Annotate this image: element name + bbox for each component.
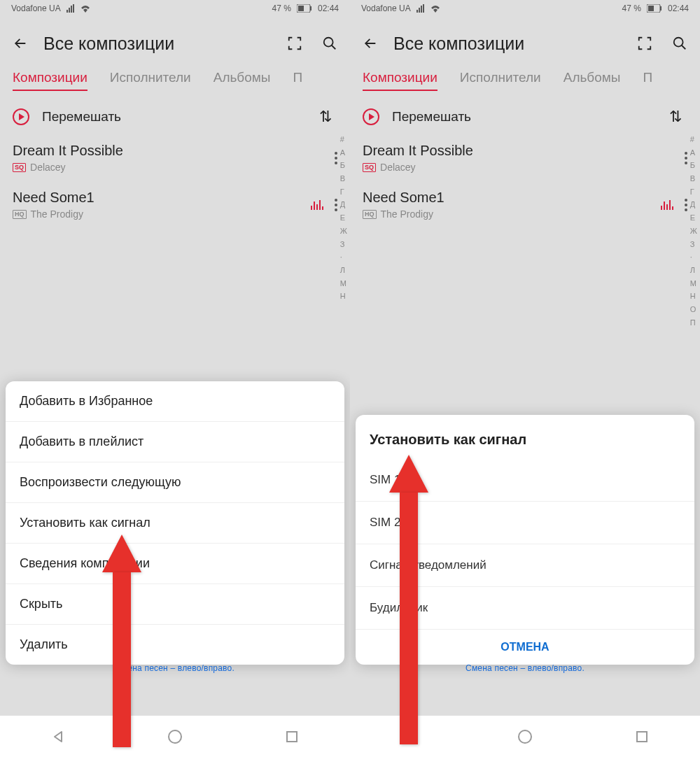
quality-badge: SQ bbox=[13, 163, 26, 172]
song-artist: The Prodigy bbox=[381, 208, 433, 220]
svg-rect-1 bbox=[310, 6, 312, 10]
tab-artists[interactable]: Исполнители bbox=[110, 70, 191, 91]
search-icon[interactable] bbox=[672, 36, 687, 51]
song-row[interactable]: Need Some1 HQ The Prodigy bbox=[350, 183, 700, 229]
song-menu-icon[interactable] bbox=[685, 199, 687, 211]
dialog-notification[interactable]: Сигнал уведомлений bbox=[356, 544, 694, 587]
wifi-icon bbox=[80, 4, 91, 13]
screenshot-left: Vodafone UA 47 % 02:44 Все композиции Ко… bbox=[0, 0, 350, 757]
quality-badge: SQ bbox=[363, 163, 376, 172]
clock-label: 02:44 bbox=[668, 3, 689, 13]
carrier-label: Vodafone UA bbox=[361, 3, 411, 13]
app-header: Все композиции bbox=[350, 17, 700, 70]
signal-icon bbox=[66, 4, 74, 13]
song-title: Need Some1 bbox=[13, 190, 311, 206]
status-bar: Vodafone UA 47 % 02:44 bbox=[0, 0, 350, 17]
alpha-index[interactable]: # А Б В Г Д Е Ж З · Л М Н О П bbox=[690, 133, 697, 329]
menu-delete[interactable]: Удалить bbox=[6, 625, 344, 665]
tab-more[interactable]: П bbox=[293, 70, 303, 91]
playing-icon bbox=[661, 200, 673, 210]
song-artist: The Prodigy bbox=[31, 208, 83, 220]
menu-hide[interactable]: Скрыть bbox=[6, 584, 344, 625]
signal-icon bbox=[416, 4, 424, 13]
screenshot-right: Vodafone UA 47 % 02:44 Все композиции Ко… bbox=[350, 0, 700, 757]
song-title: Dream It Possible bbox=[13, 143, 335, 159]
nav-back-button[interactable] bbox=[400, 728, 416, 745]
context-menu-sheet: Добавить в Избранное Добавить в плейлист… bbox=[6, 381, 344, 665]
dialog-alarm[interactable]: Будильник bbox=[356, 587, 694, 630]
song-row[interactable]: Dream It Possible SQ Delacey bbox=[0, 136, 350, 183]
song-title: Dream It Possible bbox=[363, 143, 685, 159]
swipe-hint: Смена песен – влево/вправо. bbox=[350, 663, 700, 673]
page-title: Все композиции bbox=[43, 34, 272, 54]
playing-icon bbox=[311, 200, 323, 210]
dialog-sim1[interactable]: SIM 1 bbox=[356, 459, 694, 502]
tab-more[interactable]: П bbox=[643, 70, 653, 91]
battery-percent: 47 % bbox=[272, 3, 291, 13]
shuffle-row[interactable]: Перемешать ⇅ bbox=[350, 98, 700, 136]
tab-albums[interactable]: Альбомы bbox=[214, 70, 271, 91]
svg-rect-6 bbox=[648, 6, 654, 11]
clock-label: 02:44 bbox=[318, 3, 339, 13]
nav-recent-button[interactable] bbox=[284, 728, 300, 745]
quality-badge: HQ bbox=[13, 210, 27, 219]
battery-icon bbox=[647, 4, 662, 13]
dialog-sim2[interactable]: SIM 2 bbox=[356, 502, 694, 544]
svg-rect-2 bbox=[298, 6, 304, 11]
song-row[interactable]: Need Some1 HQ The Prodigy bbox=[0, 183, 350, 229]
song-menu-icon[interactable] bbox=[335, 152, 337, 164]
song-row[interactable]: Dream It Possible SQ Delacey bbox=[350, 136, 700, 183]
dialog-title: Установить как сигнал bbox=[356, 415, 694, 459]
tab-albums[interactable]: Альбомы bbox=[564, 70, 621, 91]
song-menu-icon[interactable] bbox=[685, 152, 687, 164]
scan-icon[interactable] bbox=[287, 36, 302, 51]
svg-point-7 bbox=[674, 38, 683, 47]
song-artist: Delacey bbox=[30, 162, 66, 173]
menu-add-playlist[interactable]: Добавить в плейлист bbox=[6, 422, 344, 462]
menu-set-ringtone[interactable]: Установить как сигнал bbox=[6, 503, 344, 544]
tab-tracks[interactable]: Композиции bbox=[363, 70, 438, 91]
svg-rect-5 bbox=[660, 6, 662, 10]
nav-bar bbox=[350, 715, 700, 757]
search-icon[interactable] bbox=[322, 36, 337, 51]
shuffle-label: Перемешать bbox=[392, 109, 471, 125]
tab-artists[interactable]: Исполнители bbox=[460, 70, 541, 91]
svg-point-3 bbox=[324, 38, 333, 47]
nav-home-button[interactable] bbox=[517, 728, 533, 745]
sort-icon[interactable]: ⇅ bbox=[669, 108, 682, 126]
back-icon[interactable] bbox=[363, 36, 378, 51]
content-area: Перемешать ⇅ Dream It Possible SQ Delace… bbox=[0, 98, 350, 229]
back-icon[interactable] bbox=[13, 36, 28, 51]
quality-badge: HQ bbox=[363, 210, 377, 219]
battery-percent: 47 % bbox=[622, 3, 641, 13]
song-title: Need Some1 bbox=[363, 190, 661, 206]
shuffle-label: Перемешать bbox=[42, 109, 121, 125]
shuffle-row[interactable]: Перемешать ⇅ bbox=[0, 98, 350, 136]
wifi-icon bbox=[430, 4, 441, 13]
play-icon bbox=[363, 108, 379, 125]
app-header: Все композиции bbox=[0, 17, 350, 70]
carrier-label: Vodafone UA bbox=[11, 3, 61, 13]
battery-icon bbox=[297, 4, 312, 13]
content-area: Перемешать ⇅ Dream It Possible SQ Delace… bbox=[350, 98, 700, 229]
dialog-cancel-button[interactable]: ОТМЕНА bbox=[356, 630, 694, 660]
nav-bar bbox=[0, 715, 350, 757]
song-menu-icon[interactable] bbox=[335, 199, 337, 211]
song-artist: Delacey bbox=[380, 162, 416, 173]
play-icon bbox=[13, 108, 29, 125]
sort-icon[interactable]: ⇅ bbox=[319, 108, 332, 126]
menu-add-favorite[interactable]: Добавить в Избранное bbox=[6, 381, 344, 422]
swipe-hint: Смена песен – влево/вправо. bbox=[0, 663, 350, 673]
ringtone-dialog: Установить как сигнал SIM 1 SIM 2 Сигнал… bbox=[356, 415, 694, 665]
page-title: Все композиции bbox=[393, 34, 622, 54]
nav-back-button[interactable] bbox=[50, 728, 66, 745]
nav-home-button[interactable] bbox=[167, 728, 183, 745]
nav-recent-button[interactable] bbox=[634, 728, 650, 745]
menu-play-next[interactable]: Воспроизвести следующую bbox=[6, 462, 344, 503]
tab-tracks[interactable]: Композиции bbox=[13, 70, 88, 91]
menu-track-info[interactable]: Сведения композиции bbox=[6, 544, 344, 584]
alpha-index[interactable]: # А Б В Г Д Е Ж З · Л М Н bbox=[340, 133, 347, 303]
tabs: Композиции Исполнители Альбомы П bbox=[350, 70, 700, 98]
scan-icon[interactable] bbox=[637, 36, 652, 51]
tabs: Композиции Исполнители Альбомы П bbox=[0, 70, 350, 98]
